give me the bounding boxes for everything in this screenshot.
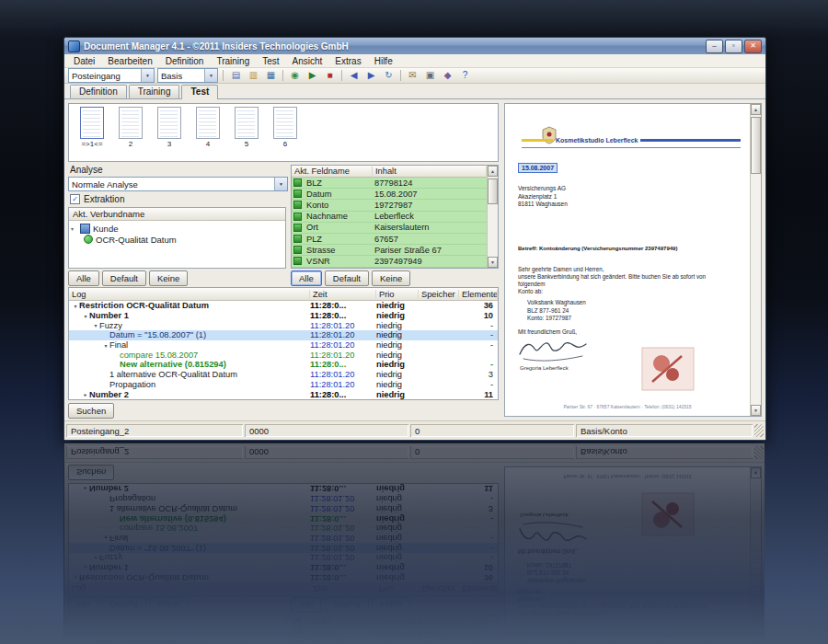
menu-item-ansicht[interactable]: Ansicht: [287, 56, 328, 66]
tab-training[interactable]: Training: [129, 85, 180, 98]
tree-item-ocr-qualitaet-datum[interactable]: OCR-Qualität Datum: [71, 234, 283, 245]
stop-icon[interactable]: ■: [322, 69, 338, 83]
tree-expanded-icon[interactable]: ▾: [71, 225, 77, 232]
column-header-speicher[interactable]: Speicher: [419, 290, 459, 299]
thumbnail-1[interactable]: =>1<=: [78, 107, 106, 148]
field-row-konto[interactable]: Konto19727987: [292, 200, 487, 211]
resize-grip[interactable]: [754, 424, 764, 437]
mail-icon[interactable]: ✉: [405, 69, 420, 83]
extraction-checkbox-row[interactable]: ✓ Extraktion: [68, 193, 286, 205]
column-header-elemente[interactable]: Elemente: [459, 290, 498, 299]
tree-expanded-icon[interactable]: ▾: [72, 303, 79, 309]
chevron-down-icon[interactable]: ▼: [274, 178, 287, 190]
titlebar[interactable]: Document Manager 4.1 - ©2011 Insiders Te…: [64, 38, 765, 54]
analyse-icon[interactable]: ◉: [287, 69, 303, 83]
fields-scrollbar[interactable]: ▲ ▼: [487, 166, 498, 268]
log-row-number-2[interactable]: ▸Number 211:28:0...niedrig11: [69, 389, 498, 399]
log-row-datum-15-08-2007-1[interactable]: Datum = "15.08.2007" (1)11:28:01.20niedr…: [69, 330, 498, 340]
open-folder-icon[interactable]: ▥: [246, 69, 261, 83]
menu-item-datei[interactable]: Datei: [68, 56, 100, 66]
status-bar: Posteingang_2 0000 0 Basis/Konto: [64, 420, 765, 440]
print-icon[interactable]: ▣: [422, 69, 438, 83]
field-row-vorname[interactable]: VornameGregoria: [292, 268, 487, 269]
menu-item-extras[interactable]: Extras: [329, 56, 366, 66]
suchen-button[interactable]: Suchen: [68, 403, 114, 419]
menu-item-training[interactable]: Training: [211, 56, 255, 66]
tree-item-kunde[interactable]: ▾ Kunde: [71, 223, 283, 234]
log-row-compare-15-08-2007[interactable]: compare 15.08.200711:28:01.20niedrig: [69, 350, 498, 360]
log-row-propagation[interactable]: Propagation11:28:01.20niedrig-: [69, 380, 498, 390]
column-header-zeit[interactable]: Zeit: [310, 290, 376, 299]
start-test-icon[interactable]: ▶: [305, 69, 320, 83]
thumbnail-5[interactable]: 5: [233, 107, 260, 148]
scroll-up-icon[interactable]: ▲: [751, 104, 761, 115]
location-dropdown[interactable]: Posteingang ▼: [68, 68, 155, 83]
log-row-fuzzy[interactable]: ▾Fuzzy11:28:01.20niedrig-: [69, 320, 498, 330]
tab-test[interactable]: Test: [181, 85, 218, 99]
analyse-mode-dropdown[interactable]: Normale Analyse ▼: [68, 177, 288, 191]
keine-button[interactable]: Keine: [372, 270, 410, 286]
scroll-down-icon[interactable]: ▼: [488, 257, 498, 268]
log-zeit-value: 11:28:0...: [310, 390, 376, 399]
menu-item-test[interactable]: Test: [257, 56, 284, 66]
refresh-icon[interactable]: ↻: [381, 69, 397, 83]
new-document-icon[interactable]: ▤: [228, 69, 244, 83]
scrollbar-thumb[interactable]: [488, 178, 498, 204]
scrollbar-track[interactable]: [751, 115, 761, 405]
thumbnail-6[interactable]: 6: [271, 107, 299, 148]
log-row-new-alternative-0-815294[interactable]: New alternative (0.815294)11:28:0...nied…: [69, 360, 498, 370]
default-button[interactable]: Default: [325, 270, 369, 286]
minimize-button[interactable]: –: [706, 40, 723, 53]
column-header-prio[interactable]: Prio: [376, 290, 419, 299]
tree-expanded-icon[interactable]: ▾: [92, 322, 99, 328]
close-button[interactable]: ✕: [744, 40, 762, 53]
log-row-restriction-ocr-qualit-t-datum[interactable]: ▾Restriction OCR-Qualität Datum11:28:0..…: [69, 301, 498, 311]
thumbnail-2[interactable]: 2: [117, 107, 144, 148]
tree-expanded-icon[interactable]: ▾: [102, 342, 109, 349]
column-header-inhalt[interactable]: Inhalt: [373, 167, 487, 176]
field-green-icon: [293, 257, 302, 265]
field-row-datum[interactable]: Datum15.08.2007: [292, 189, 487, 200]
alle-button[interactable]: Alle: [291, 270, 322, 286]
help-icon[interactable]: ?: [457, 69, 473, 83]
keine-button[interactable]: Keine: [149, 270, 188, 286]
profile-dropdown[interactable]: Basis ▼: [157, 68, 218, 83]
default-button[interactable]: Default: [102, 270, 146, 286]
options-icon[interactable]: ◆: [440, 69, 455, 83]
field-row-blz[interactable]: BLZ87798124: [292, 178, 487, 189]
save-icon[interactable]: ▦: [263, 69, 279, 83]
menu-item-definition[interactable]: Definition: [160, 56, 210, 66]
next-document-icon[interactable]: ▶: [363, 69, 379, 83]
alle-button[interactable]: Alle: [68, 270, 99, 286]
chevron-down-icon[interactable]: ▼: [204, 69, 217, 82]
tree-collapsed-icon[interactable]: ▸: [82, 391, 89, 397]
thumbnail-4[interactable]: 4: [194, 107, 222, 148]
chevron-down-icon[interactable]: ▼: [141, 69, 154, 82]
field-row-nachname[interactable]: NachnameLeberfleck: [292, 212, 487, 223]
scroll-down-icon[interactable]: ▼: [751, 405, 761, 416]
thumbnail-3[interactable]: 3: [155, 107, 183, 148]
field-row-plz[interactable]: PLZ67657: [292, 234, 487, 245]
maximize-button[interactable]: ▫: [725, 40, 742, 53]
field-row-ort[interactable]: OrtKaiserslautern: [292, 223, 487, 234]
column-header-feldname[interactable]: Akt. Feldname: [292, 167, 373, 176]
log-row-1-alternative-ocr-qualit-t-datum[interactable]: 1 alternative OCR-Qualität Datum11:28:01…: [69, 370, 498, 380]
prev-document-icon[interactable]: ◀: [346, 69, 362, 83]
studio-logo-image: [641, 347, 696, 393]
log-row-final[interactable]: ▾Final11:28:01.20niedrig-: [69, 340, 498, 351]
scrollbar-track[interactable]: [488, 177, 498, 257]
menu-item-hilfe[interactable]: Hilfe: [369, 56, 398, 66]
checkbox-checked-icon[interactable]: ✓: [70, 194, 80, 204]
extracted-date-highlight[interactable]: 15.08.2007: [518, 163, 558, 173]
menu-item-bearbeiten[interactable]: Bearbeiten: [102, 56, 157, 66]
document-page[interactable]: Kosmetikstudio Leberfleck 15.08.2007 Ver…: [505, 104, 750, 416]
field-row-vsnr[interactable]: VSNR2397497949: [292, 256, 487, 267]
scrollbar-thumb[interactable]: [751, 117, 761, 174]
preview-scrollbar[interactable]: ▲ ▼: [750, 104, 761, 416]
tree-expanded-icon[interactable]: ▾: [82, 313, 89, 319]
log-zeit-value: 11:28:01.20: [310, 351, 376, 360]
field-row-strasse[interactable]: StrassePariser Straße 67: [292, 245, 487, 256]
tab-definition[interactable]: Definition: [70, 85, 127, 98]
scroll-up-icon[interactable]: ▲: [488, 166, 498, 177]
log-row-number-1[interactable]: ▾Number 111:28:0...niedrig10: [69, 311, 498, 321]
